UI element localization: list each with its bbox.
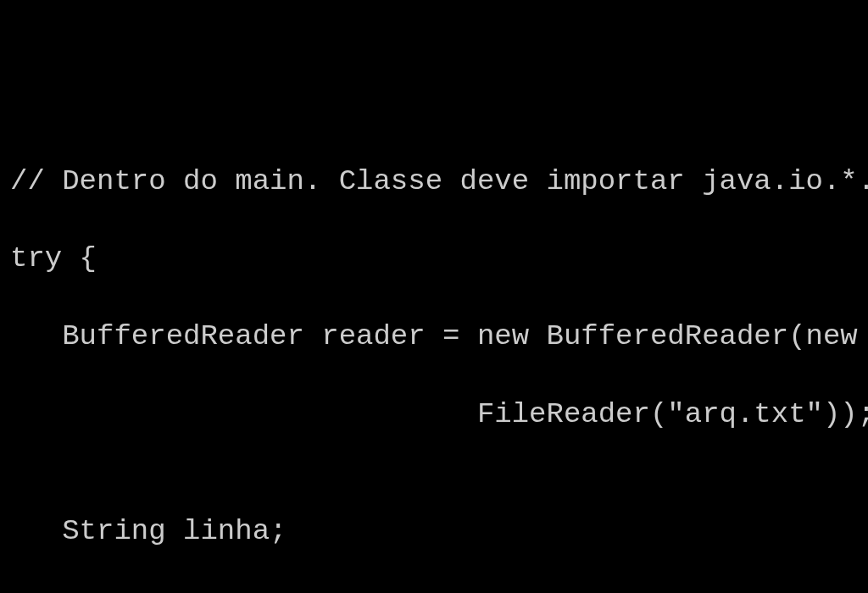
code-line: String buffer = new String(); — [10, 590, 858, 593]
code-line: FileReader("arq.txt")); — [10, 396, 858, 435]
code-line: try { — [10, 240, 858, 279]
code-line: // Dentro do main. Classe deve importar … — [10, 163, 858, 202]
code-line: BufferedReader reader = new BufferedRead… — [10, 318, 858, 357]
code-line: String linha; — [10, 513, 858, 551]
